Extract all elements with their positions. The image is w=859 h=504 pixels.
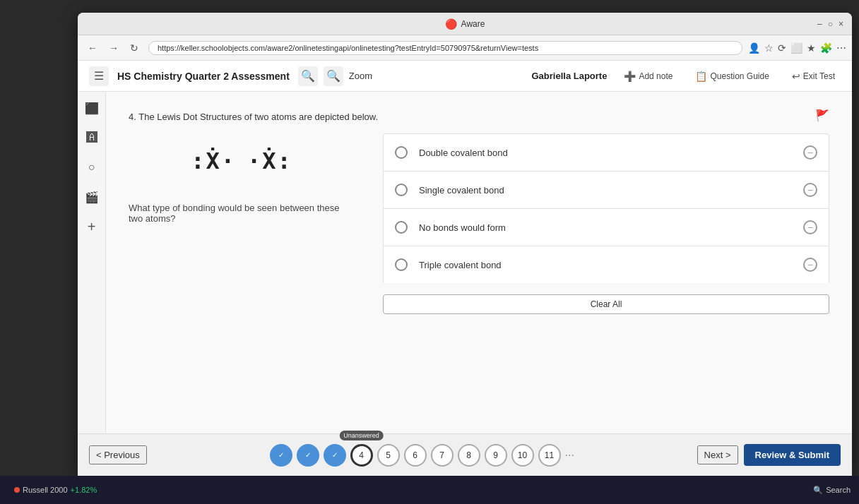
add-note-label: Add note	[639, 71, 673, 81]
choice-B-radio[interactable]	[395, 184, 408, 196]
review-submit-button[interactable]: Review & Submit	[744, 444, 841, 466]
question-guide-icon: 📋	[695, 71, 707, 82]
clear-all-button[interactable]: Clear All	[383, 294, 829, 314]
choice-C-radio[interactable]	[395, 221, 408, 234]
choice-C-eliminate[interactable]: –	[803, 220, 817, 234]
exit-test-label: Exit Test	[803, 71, 835, 81]
q-bubble-8[interactable]: 8	[458, 444, 480, 467]
address-bar-actions: 👤 ☆ ⟳ ⬜ ★ 🧩 ⋯	[748, 42, 846, 54]
title-bar-title: 🔴 Aware	[445, 18, 485, 30]
q-bubble-2[interactable]: 2	[297, 444, 319, 467]
taskbar-wifi-label: Russell 2000	[23, 486, 68, 494]
question-left-panel: :Ẋ· ·Ẋ: What type of bonding would be se…	[129, 133, 355, 314]
choice-D-eliminate[interactable]: –	[803, 258, 817, 272]
choice-D[interactable]: Triple covalent bond –	[383, 246, 829, 283]
bottom-nav: < Previous 1 2 3 Unanswered 4 5 6 7 8	[78, 433, 852, 476]
question-number-text: 4.	[129, 112, 136, 122]
q-bubble-10[interactable]: 10	[511, 444, 534, 467]
q6-label: 6	[413, 450, 417, 460]
address-bar: ← → ↻ 👤 ☆ ⟳ ⬜ ★ 🧩 ⋯	[78, 35, 852, 61]
atom-2: ·Ẋ:	[247, 148, 292, 174]
exit-icon: ↩	[792, 71, 800, 82]
user-name: Gabriella Laporte	[532, 71, 608, 81]
zoom-icon[interactable]: 🔍	[324, 66, 343, 86]
exit-test-button[interactable]: ↩ Exit Test	[786, 68, 841, 85]
q-bubble-4[interactable]: Unanswered 4	[350, 444, 373, 467]
app-header-left: ☰ HS Chemistry Quarter 2 Assessment 🔍 🔍 …	[89, 66, 372, 86]
search-icon[interactable]: 🔍	[298, 66, 318, 86]
sidebar-icon-1[interactable]: ⬛	[81, 97, 102, 119]
sidebar-icon-2[interactable]: 🅰	[81, 127, 102, 148]
aware-icon: 🔴	[445, 18, 457, 30]
choice-B-eliminate[interactable]: –	[803, 183, 817, 197]
extensions-icon[interactable]: 🧩	[820, 42, 832, 54]
answer-choices: Double covalent bond – Single covalent b…	[383, 133, 829, 314]
taskbar-status-dot	[14, 487, 20, 493]
q5-label: 5	[386, 450, 391, 460]
add-note-button[interactable]: ➕ Add note	[618, 68, 678, 85]
bookmark-icon[interactable]: ★	[807, 42, 816, 54]
toolbar-icons: ☰	[89, 66, 109, 86]
sidebar-icon-add[interactable]: +	[81, 216, 102, 237]
q-bubble-9[interactable]: 9	[485, 444, 507, 467]
sidebar-icon-4[interactable]: 🎬	[81, 186, 102, 208]
restore-button[interactable]: ○	[828, 19, 833, 29]
add-note-icon: ➕	[624, 71, 636, 82]
choice-B-left: Single covalent bond	[395, 184, 504, 196]
taskbar: Russell 2000 +1.82% 🔍 Search	[0, 476, 859, 504]
close-button[interactable]: ×	[839, 19, 843, 29]
refresh-icon[interactable]: ⟳	[778, 42, 786, 54]
choice-A-eliminate[interactable]: –	[803, 145, 817, 160]
minimize-button[interactable]: –	[817, 19, 822, 29]
choice-A-radio[interactable]	[395, 146, 408, 159]
nav-separator: ···	[565, 449, 574, 462]
previous-button[interactable]: < Previous	[89, 445, 147, 464]
choice-A-text: Double covalent bond	[419, 148, 508, 158]
back-button[interactable]: ←	[83, 41, 102, 55]
q-bubble-5[interactable]: 5	[377, 444, 400, 467]
lewis-dot-diagram: :Ẋ· ·Ẋ:	[129, 148, 355, 174]
q-bubble-6[interactable]: 6	[404, 444, 427, 467]
app-header: ☰ HS Chemistry Quarter 2 Assessment 🔍 🔍 …	[78, 61, 852, 92]
q-bubble-11[interactable]: 11	[538, 444, 561, 467]
choice-D-left: Triple covalent bond	[395, 258, 502, 271]
sidebar-icon-3[interactable]: ○	[81, 157, 102, 178]
url-field[interactable]	[148, 41, 742, 55]
star-icon[interactable]: ☆	[764, 42, 774, 54]
question-prompt-text: The Lewis Dot Structures of two atoms ar…	[138, 112, 378, 122]
choice-D-radio[interactable]	[395, 258, 408, 271]
taskbar-search-label: Search	[826, 486, 851, 494]
taskbar-search[interactable]: 🔍 Search	[813, 486, 851, 495]
atom-1: :Ẋ·	[191, 148, 236, 174]
sidebar-toggle-icon[interactable]: ☰	[89, 66, 109, 86]
taskbar-wifi: Russell 2000 +1.82%	[8, 483, 102, 497]
title-bar-controls: – ○ ×	[817, 19, 843, 29]
unanswered-badge: Unanswered	[339, 431, 384, 440]
flag-button[interactable]: 🚩	[815, 109, 829, 122]
profile-icon[interactable]: 👤	[748, 42, 760, 54]
q9-label: 9	[493, 450, 498, 460]
question-body: :Ẋ· ·Ẋ: What type of bonding would be se…	[129, 133, 829, 314]
reload-button[interactable]: ↻	[126, 41, 143, 55]
choice-C-text: No bonds would form	[419, 222, 506, 233]
q-bubble-1[interactable]: 1	[270, 444, 292, 467]
choice-C-left: No bonds would form	[395, 221, 506, 234]
q8-label: 8	[466, 450, 471, 460]
tab-icon[interactable]: ⬜	[790, 42, 802, 54]
forward-button[interactable]: →	[105, 41, 123, 55]
q7-label: 7	[439, 450, 444, 460]
q-bubble-7[interactable]: 7	[431, 444, 454, 467]
choice-C[interactable]: No bonds would form –	[383, 208, 829, 246]
choice-A[interactable]: Double covalent bond –	[383, 133, 829, 171]
q-bubble-3[interactable]: 3	[324, 444, 346, 467]
choice-B[interactable]: Single covalent bond –	[383, 171, 829, 208]
question-guide-label: Question Guide	[710, 71, 769, 81]
more-icon[interactable]: ⋯	[836, 42, 846, 54]
zoom-controls: 🔍 🔍 Zoom	[298, 66, 372, 86]
q4-label: 4	[359, 450, 364, 460]
question-sub-prompt: What type of bonding would be seen betwe…	[129, 203, 355, 224]
question-guide-button[interactable]: 📋 Question Guide	[689, 68, 774, 85]
browser-window: 🔴 Aware – ○ × ← → ↻ 👤 ☆ ⟳ ⬜ ★ 🧩 ⋯	[78, 13, 852, 476]
next-button[interactable]: Next >	[697, 445, 738, 464]
app-header-right: Gabriella Laporte ➕ Add note 📋 Question …	[532, 68, 841, 85]
